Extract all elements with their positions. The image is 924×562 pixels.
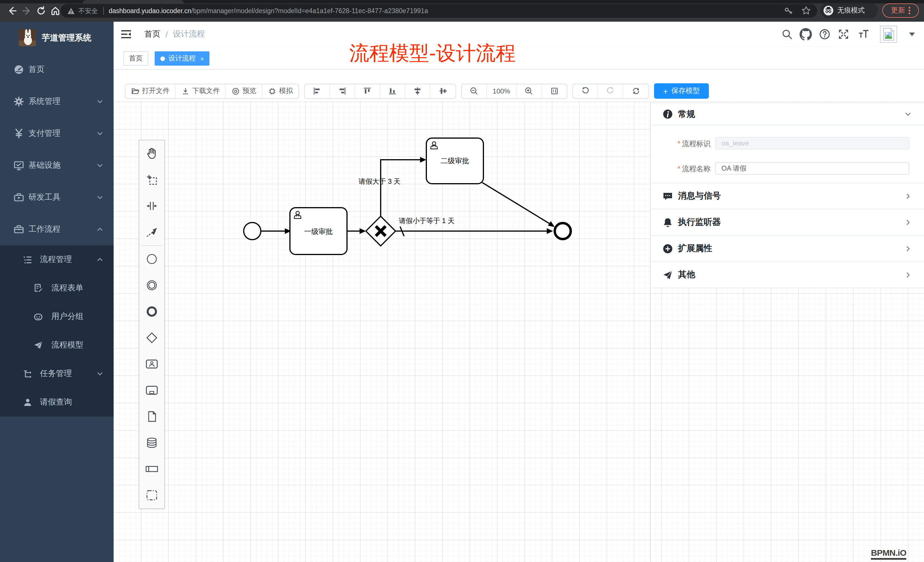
- app-logo-row[interactable]: 芋道管理系统: [0, 22, 114, 54]
- font-size-icon[interactable]: [858, 28, 869, 40]
- update-button[interactable]: 更新: [882, 3, 919, 18]
- align-right-button[interactable]: [330, 84, 355, 98]
- align-top-button[interactable]: [355, 84, 380, 98]
- process-key-input[interactable]: [715, 137, 909, 150]
- sidebar-item-task-management[interactable]: 任务管理: [0, 360, 114, 388]
- zoom-in-button[interactable]: [516, 84, 542, 98]
- align-bottom-button[interactable]: [380, 84, 405, 98]
- address-bar[interactable]: 不安全 dashboard.yudao.iocoder.cn/bpm/manag…: [60, 4, 817, 18]
- back-icon[interactable]: [7, 6, 17, 16]
- user-group-icon: [34, 312, 43, 321]
- tab-design-process[interactable]: 设计流程 ×: [154, 51, 210, 66]
- align-left-icon: [313, 87, 321, 95]
- start-event-node[interactable]: [244, 223, 261, 240]
- search-icon[interactable]: [782, 28, 793, 40]
- task-node-level1[interactable]: 一级审批: [290, 208, 347, 255]
- palette-space-tool[interactable]: [139, 193, 164, 219]
- url-host[interactable]: dashboard.yudao.iocoder.cn: [109, 7, 191, 14]
- sidebar-item-leave-query[interactable]: 请假查询: [0, 388, 114, 417]
- forward-icon[interactable]: [22, 6, 32, 16]
- security-label[interactable]: 不安全: [78, 7, 98, 15]
- sidebar-item-workflow[interactable]: 工作流程: [0, 213, 114, 245]
- palette-participant[interactable]: [139, 456, 164, 482]
- palette-global-connect-tool[interactable]: [139, 219, 164, 245]
- panel-section-general[interactable]: 常规: [651, 103, 924, 126]
- panel-section-other[interactable]: 其他: [651, 262, 924, 288]
- sidebar-item-infra[interactable]: 基础设施: [0, 150, 114, 181]
- avatar[interactable]: [880, 25, 897, 43]
- bookmark-star-icon[interactable]: [801, 6, 811, 15]
- fit-viewport-icon: [550, 87, 558, 95]
- palette-intermediate-event[interactable]: [139, 272, 164, 298]
- restart-button[interactable]: [623, 84, 648, 98]
- flow-label-under-1-day[interactable]: 请假小于等于 1 天: [399, 217, 454, 225]
- palette-hand-tool[interactable]: [139, 140, 164, 166]
- sidebar-item-system[interactable]: 系统管理: [0, 85, 114, 117]
- browser-menu-icon[interactable]: [909, 7, 910, 14]
- bpmn-io-watermark[interactable]: BPMN.iO: [871, 548, 906, 560]
- simulate-button[interactable]: 模拟: [262, 84, 298, 98]
- chevron-down-icon: [96, 98, 103, 105]
- panel-section-extended-attributes[interactable]: 扩展属性: [651, 236, 924, 262]
- palette-data-store[interactable]: [139, 430, 164, 456]
- process-name-input[interactable]: [715, 162, 909, 175]
- breadcrumb: 首页 / 设计流程: [144, 29, 205, 39]
- end-event-node[interactable]: [555, 223, 571, 239]
- exclusive-gateway-node[interactable]: [366, 216, 396, 246]
- sidebar-item-payment[interactable]: 支付管理: [0, 117, 114, 150]
- browser-chrome: 不安全 dashboard.yudao.iocoder.cn/bpm/manag…: [0, 0, 924, 22]
- bell-icon: [663, 217, 673, 227]
- fit-viewport-button[interactable]: [542, 84, 567, 98]
- redo-button[interactable]: [598, 84, 623, 98]
- github-icon[interactable]: [800, 28, 812, 40]
- palette-data-object[interactable]: [139, 403, 164, 430]
- field-process-key: *流程标识: [651, 137, 924, 150]
- palette-gateway[interactable]: [139, 325, 164, 351]
- zoom-level: 100%: [487, 84, 516, 98]
- password-key-icon[interactable]: [784, 6, 793, 15]
- palette-user-task[interactable]: [139, 351, 164, 377]
- active-tab-dot: [160, 56, 165, 61]
- palette-start-event[interactable]: [139, 246, 164, 272]
- sidebar-item-process-management[interactable]: 流程管理: [0, 245, 114, 274]
- task-node-level2[interactable]: 二级审批: [426, 138, 483, 184]
- save-model-button[interactable]: + 保存模型: [654, 83, 709, 99]
- briefcase-icon: [14, 224, 24, 234]
- sidebar-item-process-form[interactable]: 流程表单: [0, 274, 114, 303]
- browser-tab[interactable]: [83, 0, 184, 3]
- palette-lasso-tool[interactable]: [139, 166, 164, 193]
- sidebar-item-home[interactable]: 首页: [0, 54, 114, 85]
- fullscreen-icon[interactable]: [838, 28, 849, 40]
- align-vertical-center-icon: [413, 87, 422, 95]
- undo-button[interactable]: [573, 84, 598, 98]
- palette-sub-process[interactable]: [139, 377, 164, 403]
- flow-label-over-3-days[interactable]: 请假大于 3 天: [359, 177, 400, 185]
- toolbox-icon: [14, 192, 24, 202]
- align-horizontal-center-button[interactable]: [430, 84, 455, 98]
- palette-end-event[interactable]: [139, 298, 164, 325]
- help-icon[interactable]: [819, 28, 830, 40]
- open-file-button[interactable]: 打开文件: [126, 84, 176, 98]
- palette-group[interactable]: [139, 482, 164, 508]
- menu-fold-icon[interactable]: [120, 28, 132, 40]
- panel-section-execution-listener[interactable]: 执行监听器: [651, 210, 924, 236]
- home-icon[interactable]: [50, 6, 60, 16]
- tab-home[interactable]: 首页: [123, 51, 148, 66]
- close-tab-icon[interactable]: ×: [200, 55, 204, 62]
- sidebar-item-user-group[interactable]: 用户分组: [0, 303, 114, 331]
- breadcrumb-home[interactable]: 首页: [144, 29, 160, 39]
- sidebar-item-process-model[interactable]: 流程模型: [0, 331, 114, 360]
- align-vertical-center-button[interactable]: [405, 84, 430, 98]
- preview-button[interactable]: 预览: [226, 84, 262, 98]
- align-left-button[interactable]: [305, 84, 330, 98]
- user-icon: [23, 397, 33, 407]
- sidebar-item-devtools[interactable]: 研发工具: [0, 181, 114, 213]
- url-path[interactable]: /bpm/manager/model/design?modelId=e4a1a1…: [191, 7, 428, 14]
- download-file-button[interactable]: 下载文件: [176, 84, 226, 98]
- zoom-in-icon: [525, 87, 533, 95]
- reload-icon[interactable]: [36, 6, 46, 16]
- caret-down-icon[interactable]: [909, 33, 915, 36]
- bpmn-toolbar: 打开文件 下载文件 预览 模拟: [125, 83, 709, 99]
- zoom-out-button[interactable]: [462, 84, 487, 98]
- panel-section-message-signal[interactable]: 消息与信号: [651, 183, 924, 210]
